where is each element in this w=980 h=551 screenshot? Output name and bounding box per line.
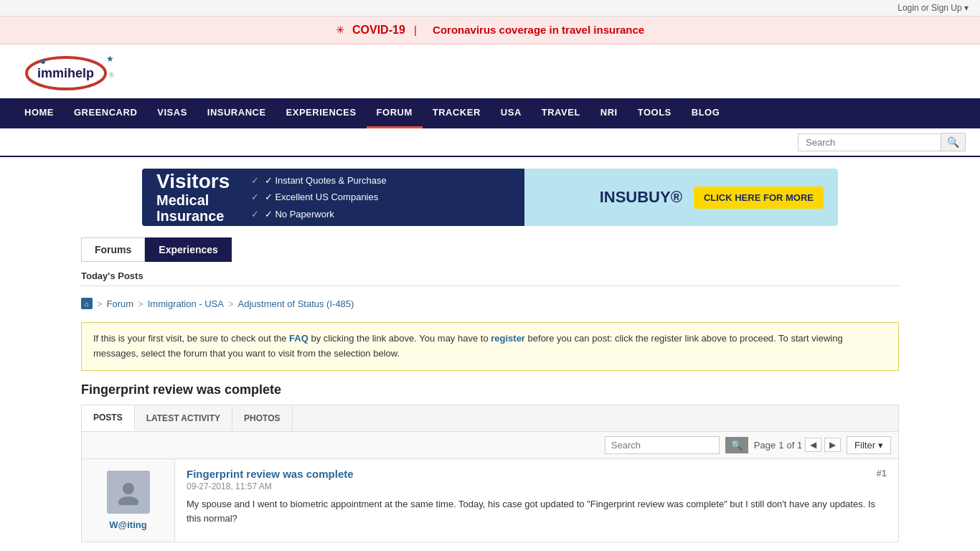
banner-insurance: Insurance [156, 208, 230, 224]
home-icon[interactable]: ⌂ [81, 298, 93, 309]
covid-icon: ✳ [336, 24, 345, 36]
banner-check3: ✓ ✓ No Paperwork [251, 206, 387, 222]
nav-greencard[interactable]: GREENCARD [64, 98, 147, 128]
banner-cta-link[interactable]: CLICK HERE FOR MORE [694, 187, 824, 209]
post-tabs-bar: POSTS LATEST ACTIVITY PHOTOS [81, 405, 899, 432]
header: immihelp ★ ® [0, 44, 980, 98]
post-content: Fingerprint review was complete #1 09-27… [175, 459, 898, 542]
tab-photos[interactable]: PHOTOS [232, 406, 292, 430]
tab-latest-activity[interactable]: LATEST ACTIVITY [135, 406, 232, 430]
main-content: Forums Experiences Today's Posts ⌂ > For… [67, 237, 913, 551]
posts-search-input[interactable] [605, 436, 720, 454]
check-icon-2: ✓ [251, 192, 259, 202]
svg-text:★: ★ [106, 54, 114, 64]
post-title-row: Fingerprint review was complete #1 [187, 468, 887, 480]
nav-insurance[interactable]: INSURANCE [197, 98, 276, 128]
check-icon-1: ✓ [251, 175, 259, 186]
banner-right: INSUBUY® CLICK HERE FOR MORE [600, 187, 824, 209]
breadcrumb-forum[interactable]: Forum [107, 298, 134, 309]
banner-medical: Medical [156, 192, 230, 208]
covid-divider: | [414, 24, 417, 36]
notice-text2: by clicking the link above. You may have… [311, 333, 491, 344]
breadcrumb-immigration[interactable]: Immigration - USA [148, 298, 224, 309]
breadcrumb-adjustment[interactable]: Adjustment of Status (I-485) [238, 298, 354, 309]
page-label: Page [754, 440, 776, 451]
banner-middle: ✓ ✓ Instant Quotes & Purchase ✓ ✓ Excell… [251, 172, 387, 222]
today-posts-label: Today's Posts [81, 266, 899, 286]
notice-text1: If this is your first visit, be sure to … [93, 333, 289, 344]
banner-check2: ✓ ✓ Excellent US Companies [251, 189, 387, 205]
check-icon-3: ✓ [251, 209, 259, 220]
register-link[interactable]: register [491, 333, 525, 344]
pagination-info: Page 1 of 1 ◀ ▶ [754, 438, 841, 452]
nav-visas[interactable]: VISAS [147, 98, 197, 128]
notice-box: If this is your first visit, be sure to … [81, 322, 899, 371]
nav-nri[interactable]: NRI [590, 98, 628, 128]
posts-controls: 🔍 Page 1 of 1 ◀ ▶ Filter ▾ [81, 432, 899, 459]
top-bar: Login or Sign Up ▾ [0, 0, 980, 17]
logo-image: immihelp ★ ® [14, 52, 129, 91]
nav-forum[interactable]: FORUM [367, 98, 423, 128]
prev-page-button[interactable]: ◀ [805, 438, 821, 452]
svg-point-1 [41, 60, 45, 64]
svg-point-6 [118, 496, 138, 505]
banner-check1: ✓ ✓ Instant Quotes & Purchase [251, 172, 387, 189]
svg-point-5 [123, 483, 134, 494]
faq-link[interactable]: FAQ [289, 333, 308, 344]
nav-travel[interactable]: TRAVEL [532, 98, 590, 128]
post-author: W@iting [82, 459, 175, 542]
logo-area: immihelp ★ ® [14, 52, 129, 91]
current-page: 1 [778, 440, 783, 451]
nav-home[interactable]: HOME [14, 98, 64, 128]
tab-experiences[interactable]: Experiences [145, 237, 232, 262]
avatar-icon [116, 479, 141, 505]
breadcrumb-sep1: > [97, 298, 103, 309]
svg-text:®: ® [109, 72, 114, 79]
login-link[interactable]: Login or Sign Up ▾ [897, 3, 969, 13]
avatar [107, 471, 150, 514]
nav-bar: HOME GREENCARD VISAS INSURANCE EXPERIENC… [0, 98, 980, 128]
search-button[interactable]: 🔍 [941, 133, 966, 151]
post-text: My spouse and I went to biometric appoin… [187, 497, 887, 527]
thread-title: Fingerprint review was complete [81, 382, 899, 397]
banner-visitors: Visitors [156, 171, 230, 193]
search-form: 🔍 [798, 133, 966, 151]
author-name: W@iting [109, 519, 146, 530]
post-date: 09-27-2018, 11:57 AM [187, 481, 887, 491]
nav-blog[interactable]: BLOG [682, 98, 730, 128]
breadcrumb-sep3: > [228, 298, 234, 309]
nav-tracker[interactable]: TRACKER [423, 98, 491, 128]
filter-icon: ▾ [878, 440, 883, 451]
breadcrumb: ⌂ > Forum > Immigration - USA > Adjustme… [81, 292, 899, 315]
of-label: of 1 [786, 440, 802, 451]
svg-text:immihelp: immihelp [37, 66, 94, 80]
search-bar-row: 🔍 [0, 128, 980, 157]
section-tabs: Forums Experiences [81, 237, 899, 262]
posts-search-button[interactable]: 🔍 [725, 437, 748, 453]
next-page-button[interactable]: ▶ [824, 438, 841, 452]
banner-ad: Visitors Medical Insurance ✓ ✓ Instant Q… [142, 169, 838, 226]
banner-logo: INSUBUY® [600, 188, 682, 207]
filter-button[interactable]: Filter ▾ [847, 436, 891, 454]
covid-banner: ✳ COVID-19 | Coronavirus coverage in tra… [0, 17, 980, 44]
post-item: W@iting Fingerprint review was complete … [81, 459, 899, 542]
breadcrumb-sep2: > [138, 298, 143, 309]
post-number: #1 [877, 468, 887, 479]
search-input[interactable] [798, 133, 941, 151]
nav-tools[interactable]: TOOLS [628, 98, 682, 128]
nav-usa[interactable]: USA [491, 98, 532, 128]
post-title: Fingerprint review was complete [187, 468, 354, 480]
nav-experiences[interactable]: EXPERIENCES [276, 98, 367, 128]
filter-label: Filter [854, 440, 875, 451]
tab-posts[interactable]: POSTS [82, 405, 135, 431]
covid-link[interactable]: Coronavirus coverage in travel insurance [433, 24, 644, 36]
covid-title: COVID-19 [352, 24, 405, 36]
tab-forums[interactable]: Forums [81, 237, 145, 262]
banner-left: Visitors Medical Insurance [156, 171, 230, 225]
